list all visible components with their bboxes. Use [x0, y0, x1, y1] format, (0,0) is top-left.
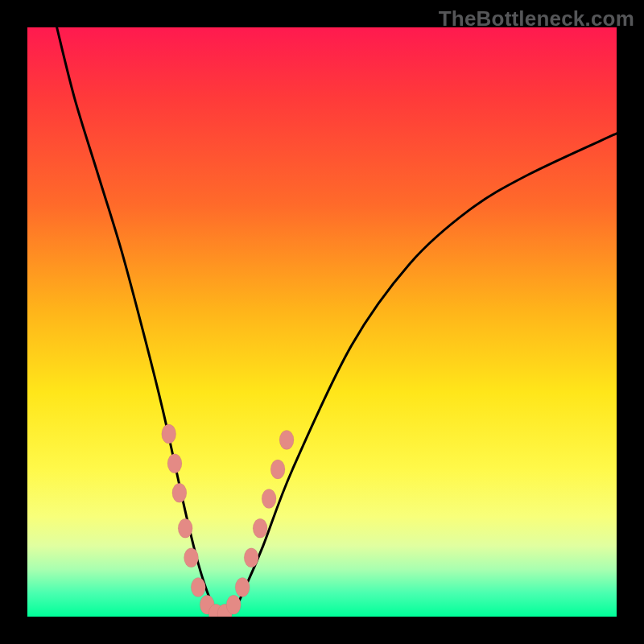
- bottleneck-curve-svg: [27, 27, 617, 617]
- plot-area: [27, 27, 617, 617]
- bead: [244, 548, 258, 568]
- chart-stage: TheBottleneck.com: [0, 0, 644, 644]
- bead-cluster: [162, 424, 294, 617]
- bead: [235, 577, 250, 597]
- bead: [226, 595, 241, 614]
- bead: [162, 424, 176, 444]
- bottleneck-curve: [57, 27, 617, 617]
- bead: [172, 483, 187, 502]
- watermark-text: TheBottleneck.com: [439, 6, 634, 31]
- bead: [167, 454, 182, 473]
- bead: [253, 518, 267, 538]
- bead: [270, 460, 285, 479]
- bead: [191, 577, 205, 597]
- bead: [262, 489, 276, 509]
- bead: [178, 518, 192, 538]
- bead: [184, 548, 198, 568]
- bead: [279, 430, 294, 449]
